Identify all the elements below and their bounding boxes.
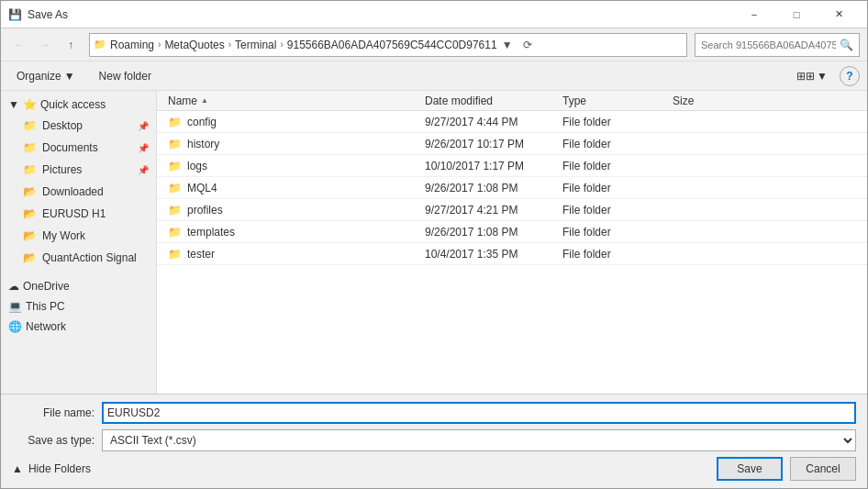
file-area: Name ▲ Date modified Type Size 📁 config bbox=[157, 91, 867, 394]
new-folder-button[interactable]: New folder bbox=[91, 65, 160, 87]
table-row[interactable]: 📁 templates 9/26/2017 1:08 PM File folde… bbox=[157, 221, 867, 243]
mywork-folder-icon: 📂 bbox=[23, 229, 37, 242]
forward-button[interactable]: → bbox=[34, 34, 56, 56]
savetype-row: Save as type: ASCII Text (*.csv) bbox=[12, 429, 856, 451]
pin-icon: 📌 bbox=[138, 121, 149, 131]
thispc-header[interactable]: 💻 This PC bbox=[1, 296, 156, 317]
title-bar-controls: − □ ✕ bbox=[733, 1, 860, 28]
network-header[interactable]: 🌐 Network bbox=[1, 317, 156, 337]
column-header-type[interactable]: Type bbox=[555, 94, 665, 107]
back-button[interactable]: ← bbox=[8, 34, 30, 56]
sidebar-item-downloaded[interactable]: 📂 Downloaded bbox=[1, 181, 156, 203]
file-name-cell: 📁 tester bbox=[161, 248, 417, 261]
up-button[interactable]: ↑ bbox=[60, 34, 82, 56]
onedrive-icon: ☁ bbox=[8, 280, 19, 293]
address-bar[interactable]: 📁 Roaming › MetaQuotes › Terminal › 9155… bbox=[89, 33, 687, 57]
pin-icon: 📌 bbox=[138, 143, 149, 153]
table-row[interactable]: 📁 logs 10/10/2017 1:17 PM File folder bbox=[157, 155, 867, 177]
window-icon: 💾 bbox=[8, 8, 22, 21]
sidebar-item-desktop[interactable]: 📁 Desktop 📌 bbox=[1, 115, 156, 137]
bottom-bar: File name: Save as type: ASCII Text (*.c… bbox=[1, 394, 867, 488]
title-bar: 💾 Save As − □ ✕ bbox=[1, 1, 867, 28]
column-header-size[interactable]: Size bbox=[665, 94, 739, 107]
file-name-cell: 📁 history bbox=[161, 138, 417, 150]
file-name-cell: 📁 logs bbox=[161, 160, 417, 172]
folder-icon: 📁 bbox=[168, 160, 182, 172]
column-header-name[interactable]: Name ▲ bbox=[161, 94, 417, 107]
breadcrumb-metaquotes[interactable]: MetaQuotes bbox=[164, 39, 224, 51]
bottom-buttons: Save Cancel bbox=[717, 457, 856, 481]
save-button[interactable]: Save bbox=[717, 457, 783, 481]
cancel-button[interactable]: Cancel bbox=[790, 457, 856, 481]
sidebar-item-pictures[interactable]: 📁 Pictures 📌 bbox=[1, 159, 156, 181]
file-type-cell: File folder bbox=[555, 182, 665, 194]
file-list: 📁 config 9/27/2017 4:44 PM File folder 📁… bbox=[157, 111, 867, 394]
file-name: MQL4 bbox=[187, 182, 217, 194]
desktop-folder-icon: 📁 bbox=[23, 119, 37, 132]
table-row[interactable]: 📁 config 9/27/2017 4:44 PM File folder bbox=[157, 111, 867, 133]
breadcrumb: Roaming › MetaQuotes › Terminal › 915566… bbox=[110, 39, 497, 51]
sidebar-item-label: Desktop bbox=[42, 119, 83, 132]
breadcrumb-guid[interactable]: 915566BA06ADA407569C544CC0D97611 bbox=[287, 39, 497, 51]
help-button[interactable]: ? bbox=[840, 66, 860, 86]
quantaction-folder-icon: 📂 bbox=[23, 251, 37, 264]
file-name-cell: 📁 templates bbox=[161, 226, 417, 239]
savetype-select[interactable]: ASCII Text (*.csv) bbox=[102, 429, 856, 451]
sidebar-item-label: QuantAction Signal bbox=[42, 251, 137, 264]
onedrive-header[interactable]: ☁ OneDrive bbox=[1, 276, 156, 296]
folder-icon: 📁 bbox=[168, 138, 182, 150]
search-box[interactable]: 🔍 bbox=[695, 33, 860, 57]
navigation-toolbar: ← → ↑ 📁 Roaming › MetaQuotes › Terminal … bbox=[1, 28, 867, 61]
address-dropdown-button[interactable]: ▼ bbox=[497, 35, 517, 55]
sidebar-item-mywork[interactable]: 📂 My Work bbox=[1, 225, 156, 247]
main-content: ▼ ⭐ Quick access 📁 Desktop 📌 📁 Documents… bbox=[1, 91, 867, 394]
folder-icon: 📁 bbox=[168, 182, 182, 194]
file-type-cell: File folder bbox=[555, 138, 665, 150]
table-row[interactable]: 📁 profiles 9/27/2017 4:21 PM File folder bbox=[157, 199, 867, 221]
file-date-cell: 9/27/2017 4:21 PM bbox=[417, 204, 555, 217]
save-label: Save bbox=[737, 462, 762, 475]
file-name-cell: 📁 config bbox=[161, 116, 417, 128]
column-header-date[interactable]: Date modified bbox=[417, 94, 555, 107]
save-as-dialog: 💾 Save As − □ ✕ ← → ↑ 📁 Roaming › MetaQu… bbox=[0, 0, 868, 489]
minimize-button[interactable]: − bbox=[733, 1, 775, 28]
refresh-button[interactable]: ⟳ bbox=[517, 35, 538, 55]
quick-access-header[interactable]: ▼ ⭐ Quick access bbox=[1, 94, 156, 115]
sidebar-item-label: Pictures bbox=[42, 163, 82, 176]
table-row[interactable]: 📁 MQL4 9/26/2017 1:08 PM File folder bbox=[157, 177, 867, 199]
quick-access-arrow: ▼ bbox=[8, 98, 19, 111]
star-icon: ⭐ bbox=[23, 98, 37, 111]
close-button[interactable]: ✕ bbox=[818, 1, 860, 28]
breadcrumb-terminal[interactable]: Terminal bbox=[235, 39, 276, 51]
organize-button[interactable]: Organize ▼ bbox=[8, 65, 83, 87]
view-button[interactable]: ⊞⊞ ▼ bbox=[792, 65, 832, 87]
sidebar-item-documents[interactable]: 📁 Documents 📌 bbox=[1, 137, 156, 159]
table-row[interactable]: 📁 history 9/26/2017 10:17 PM File folder bbox=[157, 133, 867, 155]
table-row[interactable]: 📁 tester 10/4/2017 1:35 PM File folder bbox=[157, 243, 867, 265]
file-list-header: Name ▲ Date modified Type Size bbox=[157, 91, 867, 111]
window-title: Save As bbox=[28, 8, 68, 21]
hide-folders-label: Hide Folders bbox=[28, 462, 91, 475]
file-date-cell: 10/10/2017 1:17 PM bbox=[417, 160, 555, 172]
search-icon: 🔍 bbox=[840, 39, 853, 51]
breadcrumb-roaming[interactable]: Roaming bbox=[110, 39, 154, 51]
filename-input[interactable] bbox=[102, 402, 856, 424]
file-name: config bbox=[187, 116, 217, 128]
search-input[interactable] bbox=[701, 39, 836, 50]
file-type-cell: File folder bbox=[555, 116, 665, 128]
pin-icon: 📌 bbox=[138, 165, 149, 175]
filename-row: File name: bbox=[12, 402, 856, 424]
maximize-button[interactable]: □ bbox=[775, 1, 818, 28]
hide-folders-row[interactable]: ▲ Hide Folders bbox=[12, 462, 91, 475]
quick-access-label: Quick access bbox=[40, 98, 106, 111]
sidebar-item-quantaction[interactable]: 📂 QuantAction Signal bbox=[1, 247, 156, 269]
file-date-cell: 10/4/2017 1:35 PM bbox=[417, 248, 555, 261]
file-type-cell: File folder bbox=[555, 160, 665, 172]
downloaded-folder-icon: 📂 bbox=[23, 185, 37, 198]
onedrive-label: OneDrive bbox=[23, 280, 70, 293]
address-folder-icon: 📁 bbox=[94, 39, 106, 50]
sidebar-item-eurusd[interactable]: 📂 EURUSD H1 bbox=[1, 203, 156, 225]
thispc-label: This PC bbox=[26, 300, 65, 313]
title-bar-left: 💾 Save As bbox=[8, 8, 68, 21]
sidebar-item-label: Downloaded bbox=[42, 185, 104, 198]
